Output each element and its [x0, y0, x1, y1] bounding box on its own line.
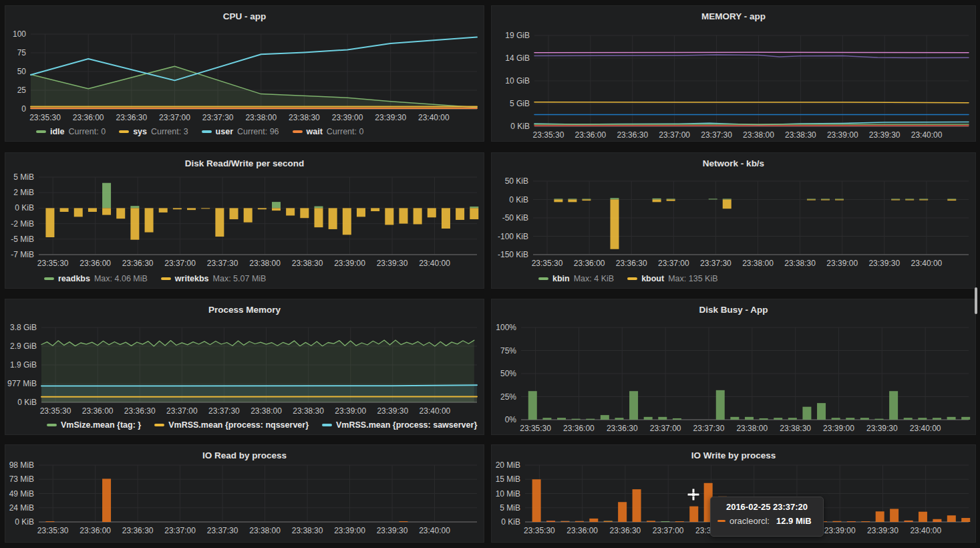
bar-busy[interactable] — [832, 418, 840, 420]
bar-busy[interactable] — [889, 391, 898, 420]
bar-busy[interactable] — [760, 418, 768, 420]
bar-busy[interactable] — [673, 418, 681, 420]
bar-oracleorcl[interactable] — [947, 515, 956, 522]
bar-oracleorcl[interactable] — [961, 518, 970, 522]
bar-kbin[interactable] — [709, 198, 717, 199]
bar-kbout[interactable] — [947, 200, 956, 201]
bar-writekbs[interactable] — [414, 208, 422, 224]
bar-busy[interactable] — [629, 391, 638, 420]
legend-item[interactable]: userCurrent: 96 — [202, 127, 279, 136]
bar-writekbs[interactable] — [300, 208, 309, 218]
legend-item[interactable]: VmRSS.mean {process: sawserver} — [322, 420, 477, 430]
bar-busy[interactable] — [875, 419, 884, 420]
bar-busy[interactable] — [933, 418, 941, 420]
bar-busy[interactable] — [730, 417, 739, 420]
bar-kbin[interactable] — [610, 198, 619, 199]
bar-busy[interactable] — [918, 418, 927, 420]
bar-writekbs[interactable] — [145, 208, 154, 232]
bar-kbout[interactable] — [723, 200, 731, 209]
bar-writekbs[interactable] — [286, 208, 295, 215]
io-read-chart[interactable]: 0 KiB24 MiB49 MiB73 MiB98 MiB23:35:3023:… — [5, 445, 485, 543]
process-memory-chart[interactable]: 0 KiB977 MiB1.9 GiB2.9 GiB3.8 GiB23:35:3… — [5, 299, 485, 436]
bar-writekbs[interactable] — [385, 208, 393, 225]
legend-item[interactable]: writekbsMax: 5.07 MiB — [161, 274, 267, 283]
disk-read-write-chart[interactable]: 5 MiB2 MiB0 KiB-2 MiB-5 MiB-7 MiB23:35:3… — [5, 153, 485, 289]
bar-busy[interactable] — [658, 417, 667, 420]
legend-item[interactable]: sysCurrent: 3 — [119, 127, 188, 136]
bar-writekbs[interactable] — [272, 208, 281, 211]
bar-writekbs[interactable] — [215, 208, 224, 237]
bar-busy[interactable] — [788, 418, 797, 420]
bar-kbout[interactable] — [667, 200, 675, 201]
bar-kbin[interactable] — [723, 198, 731, 199]
bar-kbout[interactable] — [568, 200, 577, 202]
legend-item[interactable]: waitCurrent: 0 — [293, 127, 364, 136]
bar-proc-green[interactable] — [661, 521, 669, 522]
bar-kbin[interactable] — [835, 199, 844, 200]
bar-kbout[interactable] — [653, 200, 661, 202]
bar-kbin[interactable] — [947, 199, 956, 200]
bar-kbout[interactable] — [919, 200, 928, 200]
bar-busy[interactable] — [947, 417, 956, 420]
bar-busy[interactable] — [817, 403, 826, 420]
bar-kbin[interactable] — [807, 199, 816, 200]
bar-kbin[interactable] — [667, 198, 675, 199]
bar-busy[interactable] — [846, 418, 854, 420]
bar-oracleorcl[interactable] — [560, 521, 569, 522]
bar-busy[interactable] — [716, 390, 725, 420]
series-line-user[interactable] — [31, 37, 477, 81]
disk-busy-app-chart[interactable]: 0%25%50%75%100%23:35:3023:36:0023:36:302… — [492, 299, 977, 436]
bar-busy[interactable] — [860, 418, 869, 420]
bar-kbin[interactable] — [582, 199, 591, 200]
bar-oracleorcl[interactable] — [546, 521, 555, 522]
legend-item[interactable]: kbinMax: 4 KiB — [538, 274, 614, 283]
bar-kbin[interactable] — [568, 198, 577, 199]
bar-oracleorcl[interactable] — [919, 512, 927, 522]
bar-kbin[interactable] — [905, 199, 914, 200]
bar-oracleorcl[interactable] — [45, 521, 54, 522]
bar-busy[interactable] — [745, 417, 754, 420]
bar-busy[interactable] — [774, 418, 782, 420]
bar-busy[interactable] — [542, 418, 551, 420]
legend-item[interactable]: VmSize.mean {tag: } — [47, 420, 141, 430]
bar-kbout[interactable] — [807, 200, 816, 200]
bar-writekbs[interactable] — [60, 208, 69, 212]
bar-writekbs[interactable] — [187, 208, 196, 210]
bar-writekbs[interactable] — [428, 208, 436, 217]
bar-kbout[interactable] — [610, 200, 619, 249]
bar-kbin[interactable] — [891, 199, 900, 200]
bar-writekbs[interactable] — [173, 208, 182, 209]
legend-item[interactable]: idleCurrent: 0 — [36, 127, 106, 136]
series-line-total[interactable] — [534, 52, 969, 53]
bar-kbout[interactable] — [905, 200, 914, 200]
bar-writekbs[interactable] — [116, 208, 125, 219]
bar-oracleorcl[interactable] — [589, 519, 598, 522]
bar-oracleorcl[interactable] — [633, 489, 641, 522]
network-kbs-chart[interactable]: 50 KiB0 KiB-50 KiB-100 KiB-150 KiB23:35:… — [492, 153, 977, 289]
bar-writekbs[interactable] — [329, 208, 337, 229]
bar-kbin[interactable] — [653, 198, 661, 200]
bar-oracleorcl[interactable] — [689, 507, 698, 522]
cpu-app-chart[interactable]: 025507510023:35:3023:36:0023:36:3023:37:… — [5, 6, 485, 142]
bar-writekbs[interactable] — [399, 208, 407, 223]
bar-writekbs[interactable] — [244, 208, 253, 222]
memory-app-chart[interactable]: 0 KiB5 GiB10 GiB14 GiB19 GiB23:35:3023:3… — [492, 6, 977, 142]
bar-kbin[interactable] — [554, 198, 562, 199]
bar-oracleorcl[interactable] — [399, 521, 407, 522]
legend-item[interactable]: readkbsMax: 4.06 MiB — [44, 274, 148, 283]
bar-oracleorcl[interactable] — [876, 511, 884, 522]
bar-kbout[interactable] — [891, 200, 900, 200]
bar-writekbs[interactable] — [88, 208, 97, 212]
bar-oracleorcl[interactable] — [933, 519, 941, 522]
bar-readkbs[interactable] — [102, 183, 111, 209]
bar-writekbs[interactable] — [314, 208, 323, 227]
bar-oracleorcl[interactable] — [675, 521, 684, 522]
bar-writekbs[interactable] — [230, 208, 238, 219]
bar-kbout[interactable] — [835, 200, 844, 200]
bar-writekbs[interactable] — [357, 208, 365, 217]
bar-writekbs[interactable] — [258, 208, 267, 209]
bar-kbin[interactable] — [919, 199, 928, 200]
series-line-used[interactable] — [534, 55, 969, 58]
bar-writekbs[interactable] — [456, 208, 464, 220]
bar-writekbs[interactable] — [74, 208, 83, 217]
